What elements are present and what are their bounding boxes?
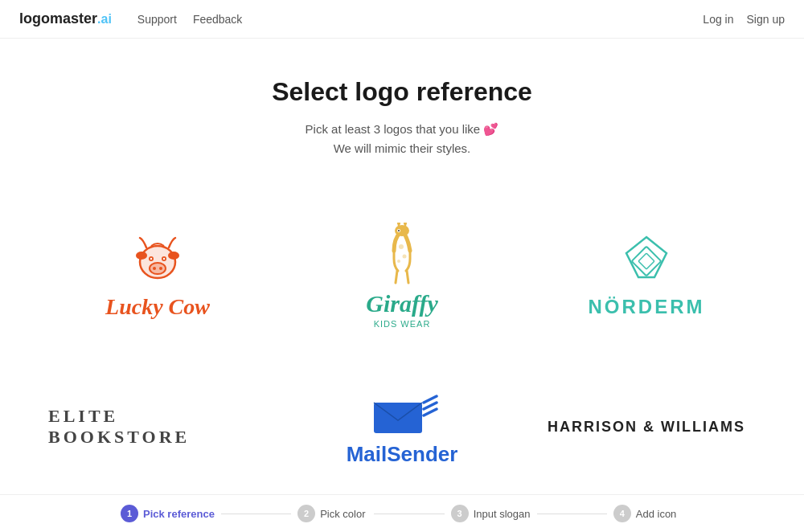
logo-card-elite-bookstore[interactable]: Elite Bookstore [35,354,280,499]
svg-point-23 [397,260,400,263]
progress-bar: 1 Pick reference 2 Pick color 3 Input sl… [0,494,804,499]
svg-point-22 [403,255,407,259]
svg-point-6 [150,258,152,260]
logo-card-norderm[interactable]: Nörderm [524,197,769,354]
mailsender-icon [366,387,438,439]
signup-button[interactable]: Sign up [747,13,785,26]
logo-card-giraffy[interactable]: Giraffy Kids Wear [280,197,524,354]
support-link[interactable]: Support [137,13,177,26]
feedback-link[interactable]: Feedback [193,13,242,26]
svg-point-18 [404,223,407,225]
svg-line-27 [424,403,437,409]
norderm-label: Nörderm [589,296,705,318]
subtitle-line2: We will mimic their styles. [19,139,785,158]
harrison-label: Harrison & Williams [548,419,745,436]
svg-point-14 [395,225,409,236]
svg-point-10 [153,267,156,270]
svg-point-17 [397,223,400,225]
nav-right: Log in Sign up [703,13,785,26]
svg-rect-25 [638,253,654,269]
logo[interactable]: logomaster.ai [19,10,112,27]
elite-label: Elite Bookstore [48,406,267,448]
svg-point-3 [168,252,179,260]
nav-links: Support Feedback [137,13,243,26]
logo-card-harrison-williams[interactable]: Harrison & Williams [524,354,769,499]
logo-text: logomaster [19,10,97,27]
lucky-cow-icon [125,231,190,288]
logo-card-mailsender[interactable]: MailSender [280,354,524,499]
svg-line-28 [424,396,437,403]
giraffy-subtitle: Kids Wear [374,319,431,329]
giraffy-icon [378,223,426,287]
svg-line-29 [424,409,437,415]
svg-point-11 [159,267,162,270]
logo-ai: .ai [97,12,112,27]
hero-subtitle: Pick at least 3 logos that you like 💕 We… [19,120,785,158]
logo-card-lucky-cow[interactable]: Lucky Cow [35,197,280,354]
hero-section: Select logo reference Pick at least 3 lo… [0,39,804,178]
page-title: Select logo reference [19,77,785,107]
svg-point-20 [398,230,400,231]
norderm-icon [618,233,675,289]
mailsender-label: MailSender [347,442,458,467]
navbar: logomaster.ai Support Feedback Log in Si… [0,0,804,39]
giraffy-label: Giraffy [366,290,437,317]
svg-point-7 [163,258,165,260]
svg-line-13 [407,271,408,283]
login-button[interactable]: Log in [703,13,733,26]
logo-grid: Lucky Cow [16,197,788,499]
svg-line-12 [396,271,397,283]
svg-point-21 [399,244,404,249]
subtitle-line1: Pick at least 3 logos that you like 💕 [19,120,785,139]
lucky-cow-label: Lucky Cow [105,294,210,320]
svg-point-2 [136,252,147,260]
